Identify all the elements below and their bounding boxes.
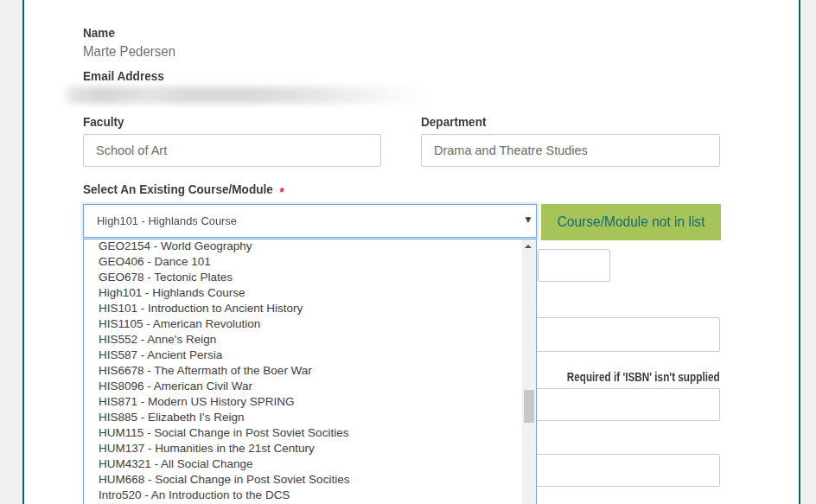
dropdown-option[interactable]: HUM668 - Social Change in Post Soviet So… — [84, 472, 522, 488]
scrollbar-thumb[interactable] — [524, 390, 534, 423]
dropdown-option[interactable]: High101 - Highlands Course — [84, 285, 522, 301]
dropdown-option[interactable]: HIS6678 - The Aftermath of the Boer War — [84, 363, 522, 379]
dropdown-option[interactable]: HIS101 - Introduction to Ancient History — [84, 301, 522, 316]
dropdown-option[interactable]: HIS871 - Modern US History SPRING — [84, 394, 522, 410]
dropdown-option[interactable]: Intro520 - An Introduction to the DCS — [84, 488, 522, 503]
dropdown-option[interactable]: HUM137 - Humanities in the 21st Century — [84, 441, 522, 456]
dropdown-option[interactable]: HIS552 - Anne's Reign — [84, 332, 522, 348]
dropdown-option[interactable]: HIS885 - Elizabeth I's Reign — [84, 410, 522, 425]
required-asterisk: * — [279, 185, 284, 199]
course-not-in-list-button[interactable]: Course/Module not in list — [541, 204, 721, 240]
dropdown-option[interactable]: HUM115 - Social Change in Post Soviet So… — [84, 425, 522, 441]
faculty-label: Faculty — [83, 116, 124, 129]
course-select-dropdown: GEO2154 - World GeographyGEO406 - Dance … — [83, 239, 537, 504]
dropdown-option[interactable]: HIS8096 - American Civil War — [84, 379, 522, 394]
dropdown-option[interactable]: HIS587 - Ancient Persia — [84, 348, 522, 363]
covered-input-small[interactable] — [538, 249, 610, 282]
triangle-up-icon — [525, 245, 532, 248]
dropdown-scrollbar[interactable] — [522, 239, 536, 504]
name-label: Name — [83, 27, 115, 40]
email-value-redaction-blur — [61, 86, 443, 104]
name-value: Marte Pedersen — [83, 45, 175, 58]
course-select-label: Select An Existing Course/Module * — [83, 183, 284, 196]
dropdown-option[interactable]: HIS1105 - American Revolution — [84, 316, 522, 332]
faculty-input[interactable]: School of Art — [83, 134, 381, 167]
dropdown-options: GEO2154 - World GeographyGEO406 - Dance … — [84, 239, 522, 504]
course-select-value: High101 - Highlands Course — [97, 206, 496, 237]
dropdown-option[interactable]: HUM4321 - All Social Change — [84, 456, 522, 472]
caret-down-icon: ▼ — [526, 205, 532, 236]
dropdown-option[interactable]: GEO678 - Tectonic Plates — [84, 270, 522, 285]
department-label: Department — [421, 116, 486, 129]
department-input[interactable]: Drama and Theatre Studies — [421, 134, 720, 167]
dropdown-option[interactable]: GEO2154 - World Geography — [84, 239, 522, 254]
email-label: Email Address — [83, 70, 164, 83]
course-select[interactable]: High101 - Highlands Course ▼ — [83, 204, 537, 238]
scrollbar-up-button[interactable] — [522, 239, 536, 253]
dropdown-option[interactable]: GEO406 - Dance 101 — [84, 254, 522, 270]
